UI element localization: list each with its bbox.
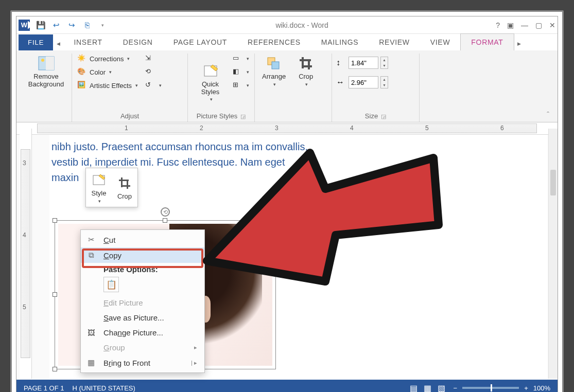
tab-scroll-right[interactable]: ▶ — [514, 41, 525, 50]
change-picture-icon: 🖼 — [86, 328, 96, 337]
cut-icon: ✂ — [86, 235, 96, 244]
tab-design[interactable]: DESIGN — [113, 34, 163, 50]
size-launcher[interactable]: ◲ — [381, 113, 386, 122]
print-layout-button[interactable]: ▦ — [424, 383, 431, 393]
mini-style-icon — [90, 171, 108, 189]
horizontal-ruler[interactable]: 1 2 3 4 5 6 — [16, 122, 558, 135]
resize-handle-n[interactable] — [163, 218, 167, 223]
tab-insert[interactable]: INSERT — [63, 34, 112, 50]
ctx-cut[interactable]: ✂CuCutt — [81, 232, 204, 247]
effects-icon: ◧ — [233, 67, 243, 77]
width-input[interactable] — [349, 76, 378, 88]
width-icon: ↔ — [336, 78, 346, 87]
zoom-in-button[interactable]: + — [524, 384, 528, 392]
tab-scroll-left[interactable]: ◀ — [53, 41, 63, 50]
color-button[interactable]: 🎨Color — [76, 67, 139, 77]
copy-icon: ⧉ — [86, 251, 96, 260]
zoom-level[interactable]: 100% — [533, 384, 550, 392]
crop-button[interactable]: Crop — [294, 54, 318, 88]
close-button[interactable]: ✕ — [549, 21, 555, 29]
status-page[interactable]: PAGE 1 OF 1 — [24, 384, 64, 392]
quick-styles-button[interactable]: Quick Styles — [192, 61, 229, 103]
width-down[interactable]: ▼ — [381, 82, 388, 88]
change-icon: ⟲ — [145, 67, 155, 77]
corrections-button[interactable]: ☀️Corrections — [76, 54, 139, 64]
qat-more-icon[interactable]: ▾ — [97, 20, 108, 31]
mini-crop-icon — [116, 174, 133, 192]
picture-styles-launcher[interactable]: ◲ — [240, 113, 246, 122]
ctx-copy[interactable]: ⧉Copy — [81, 247, 204, 263]
picture-border-button[interactable]: ▭ — [232, 54, 250, 64]
scrollbar-thumb[interactable] — [550, 170, 556, 195]
crop-icon — [297, 55, 315, 72]
layout-icon: ⊞ — [233, 81, 243, 90]
border-icon: ▭ — [233, 54, 243, 63]
mini-style-button[interactable]: Style — [86, 168, 112, 207]
ctx-change-picture[interactable]: 🖼Change Picture... — [81, 325, 204, 340]
compress-pictures-button[interactable]: ⇲ — [144, 54, 163, 64]
vertical-scrollbar[interactable] — [548, 129, 558, 379]
arrange-icon — [265, 55, 283, 72]
zoom-slider[interactable] — [462, 387, 519, 389]
save-button[interactable]: 💾 — [35, 20, 46, 31]
window-title: wiki.docx - Word — [113, 21, 491, 29]
web-layout-button[interactable]: ▧ — [438, 383, 445, 393]
height-input[interactable] — [349, 57, 378, 69]
svg-rect-14 — [121, 185, 130, 187]
remove-background-button[interactable]: Remove Background — [25, 54, 67, 90]
status-language[interactable]: H (UNITED STATES) — [73, 384, 135, 392]
maximize-button[interactable]: ▢ — [535, 21, 542, 29]
help-icon[interactable]: ? — [496, 21, 500, 29]
height-up[interactable]: ▲ — [381, 57, 388, 63]
width-up[interactable]: ▲ — [381, 77, 388, 82]
tab-page-layout[interactable]: PAGE LAYOUT — [163, 34, 237, 50]
tab-format[interactable]: FORMAT — [460, 33, 514, 50]
resize-handle-nw[interactable] — [53, 218, 57, 223]
undo-button[interactable]: ↩ — [50, 20, 62, 31]
bring-front-icon: ▦ — [86, 358, 96, 367]
vertical-ruler[interactable]: 3 4 5 — [20, 129, 32, 379]
ctx-bring-to-front[interactable]: ▦Bring to Front| ▸ — [81, 355, 204, 370]
svg-rect-5 — [272, 62, 279, 69]
picture-effects-button[interactable]: ◧ — [232, 67, 250, 77]
minimize-button[interactable]: — — [521, 21, 528, 29]
word-app-icon: W — [19, 20, 30, 31]
tab-review[interactable]: REVIEW — [369, 34, 420, 50]
context-menu: ✂CuCutt ⧉Copy Paste Options: 📋 Edit Pict… — [80, 229, 205, 373]
paste-option-button[interactable]: 📋 — [103, 277, 119, 292]
qat-custom-button[interactable]: ⎘ — [81, 20, 93, 31]
artistic-effects-button[interactable]: 🖼️Artistic Effects — [76, 80, 139, 91]
ctx-save-as-picture[interactable]: Save as Picture... — [81, 310, 204, 325]
rotation-handle[interactable]: ⟲ — [161, 207, 170, 217]
resize-handle-sw[interactable] — [53, 367, 57, 371]
svg-rect-13 — [127, 180, 128, 189]
resize-handle-w[interactable] — [53, 292, 57, 297]
read-mode-button[interactable]: ▤ — [410, 383, 418, 393]
reset-picture-button[interactable]: ↺ — [144, 80, 163, 91]
svg-rect-9 — [302, 65, 312, 67]
ctx-paste-options-label: Paste Options: — [81, 263, 204, 275]
quick-styles-icon — [202, 62, 219, 80]
arrange-button[interactable]: Arrange — [259, 54, 289, 88]
collapse-ribbon-button[interactable]: ˆ — [543, 111, 553, 122]
file-tab[interactable]: FILE — [19, 34, 53, 50]
ribbon-display-icon[interactable]: ▣ — [507, 21, 514, 29]
height-down[interactable]: ▼ — [381, 63, 388, 68]
picture-layout-button[interactable]: ⊞ — [232, 80, 250, 91]
change-picture-button[interactable]: ⟲ — [144, 67, 163, 77]
compress-icon: ⇲ — [145, 54, 155, 63]
redo-button[interactable]: ↪ — [66, 20, 77, 31]
mini-crop-button[interactable]: Crop — [112, 168, 137, 207]
tab-mailings[interactable]: MAILINGS — [311, 34, 369, 50]
remove-bg-icon — [38, 55, 55, 72]
group-adjust-label: Adjust — [76, 111, 183, 122]
svg-rect-8 — [308, 59, 310, 69]
zoom-out-button[interactable]: − — [454, 384, 458, 392]
svg-point-2 — [41, 59, 44, 62]
tab-references[interactable]: REFERENCES — [237, 34, 311, 50]
resize-handle-ne[interactable] — [273, 218, 278, 223]
group-picture-styles-label: Picture Styles◲ — [192, 111, 250, 122]
tab-view[interactable]: VIEW — [420, 34, 461, 50]
height-icon: ↕ — [336, 58, 346, 67]
svg-rect-1 — [46, 57, 54, 70]
